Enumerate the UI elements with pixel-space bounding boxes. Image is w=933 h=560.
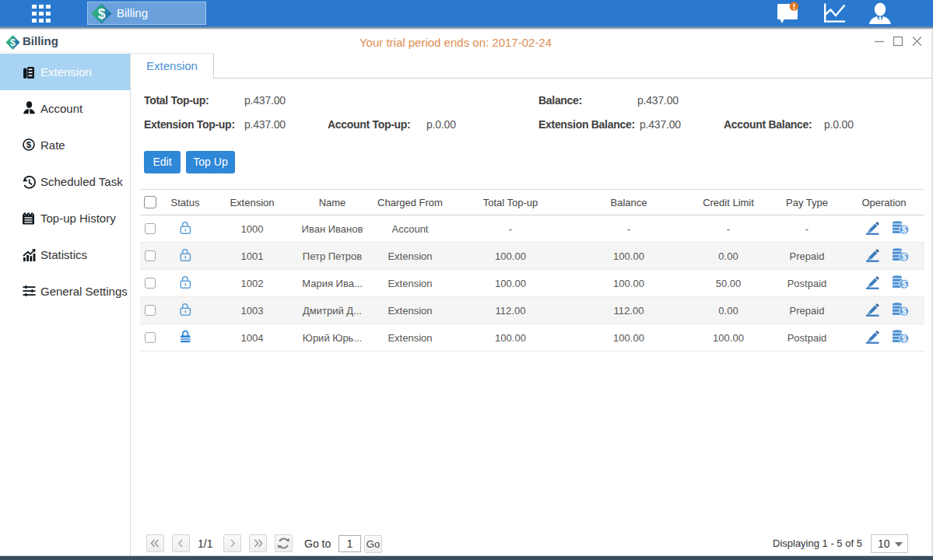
svg-text:$: $: [902, 225, 907, 234]
svg-text:$: $: [902, 252, 907, 261]
svg-text:$: $: [902, 334, 907, 343]
svg-text:$: $: [26, 140, 32, 149]
svg-text:$: $: [902, 279, 907, 289]
svg-text:$: $: [98, 6, 106, 22]
svg-text:$: $: [902, 306, 907, 316]
